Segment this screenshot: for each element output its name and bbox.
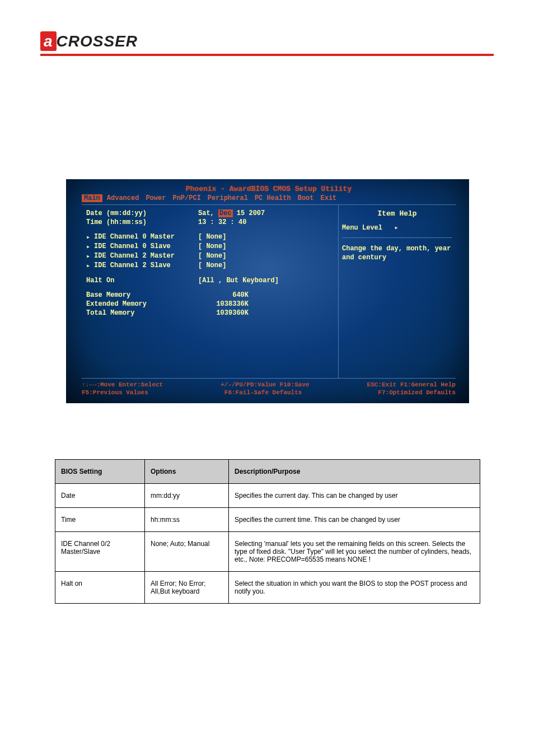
bios-menu-boot[interactable]: Boot [296,194,316,202]
bios-footer: ↑↓←→:Move Enter:Select +/-/PU/PD:Value F… [82,378,456,397]
logo-a: a [40,31,57,51]
table-row: Time hh:mm:ss Specifies the current time… [55,508,480,532]
menu-level-label: Menu Level [342,224,382,232]
bios-help-panel: Item Help Menu Level ▸ Change the day, m… [338,205,456,378]
table-row: Halt on All Error; No Error; All,But key… [55,572,480,604]
logo-rest: CROSSER [57,32,138,50]
triangle-right-icon: ▸ [86,252,94,260]
th-setting: BIOS Setting [55,460,145,484]
header-divider [40,54,494,56]
cell-options: mm:dd:yy [145,484,229,508]
date-label: Date (mm:dd:yy) [86,209,198,217]
cell-options: hh:mm:ss [145,508,229,532]
cell-desc: Specifies the current time. This can be … [229,508,480,532]
footer-exit: ESC:Exit F1:General Help [367,381,456,389]
bios-row-totmem: Total Memory 1039360K [86,309,336,317]
table-row: Date mm:dd:yy Specifies the current day.… [55,484,480,508]
settings-table: BIOS Setting Options Description/Purpose… [55,459,480,604]
menu-level: Menu Level ▸ [342,223,452,238]
date-pre: Sat, [198,209,218,217]
bios-row-halt[interactable]: Halt On [All , But Keyboard] [86,277,336,284]
th-options: Options [145,460,229,484]
bios-row-extmem: Extended Memory 1038336K [86,300,336,308]
bios-menu-bar: Main Advanced Power PnP/PCI Peripheral P… [82,194,456,202]
cell-setting: Halt on [55,572,145,604]
ide2m-value[interactable]: [ None] [198,252,336,260]
bios-row-ide0s[interactable]: ▸ IDE Channel 0 Slave [ None] [86,242,336,251]
brand-logo: aCROSSER [40,32,138,50]
bios-row-date[interactable]: Date (mm:dd:yy) Sat, Dec 15 2007 [86,209,336,217]
bios-menu-power[interactable]: Power [143,194,168,202]
bios-menu-main[interactable]: Main [82,194,102,202]
triangle-right-icon: ▸ [86,242,94,251]
bios-menu-pnppci[interactable]: PnP/PCI [170,194,203,202]
bios-menu-peripheral[interactable]: Peripheral [205,194,250,202]
ide0m-value[interactable]: [ None] [198,233,336,241]
basemem-value: 640K [198,291,249,299]
ide0s-value[interactable]: [ None] [198,242,336,251]
cell-desc: Select the situation in which you want t… [229,572,480,604]
date-hl[interactable]: Dec [218,209,233,217]
bios-row-basemem: Base Memory 640K [86,291,336,299]
bios-screenshot: Phoenix - AwardBIOS CMOS Setup Utility M… [66,179,469,403]
bios-title: Phoenix - AwardBIOS CMOS Setup Utility [82,185,456,193]
date-value[interactable]: Sat, Dec 15 2007 [198,209,336,217]
footer-optimized: F7:Optimized Defaults [378,389,456,396]
triangle-right-icon: ▸ [86,262,94,270]
ide0s-label: IDE Channel 0 Slave [94,242,198,251]
bios-row-ide2s[interactable]: ▸ IDE Channel 2 Slave [ None] [86,262,336,270]
cell-desc: Selecting 'manual' lets you set the rema… [229,532,480,572]
basemem-label: Base Memory [86,291,198,299]
ide2s-label: IDE Channel 2 Slave [94,262,198,270]
help-title: Item Help [342,209,452,218]
table-header-row: BIOS Setting Options Description/Purpose [55,460,480,484]
bios-menu-exit[interactable]: Exit [318,194,339,202]
halt-value[interactable]: [All , But Keyboard] [198,277,336,284]
cell-desc: Specifies the current day. This can be c… [229,484,480,508]
bios-menu-pchealth[interactable]: PC Health [252,194,293,202]
halt-label: Halt On [86,277,198,284]
ide2s-value[interactable]: [ None] [198,262,336,270]
extmem-label: Extended Memory [86,300,198,308]
time-label: Time (hh:mm:ss) [86,218,198,226]
help-text: Change the day, month, year and century [342,245,452,262]
cell-setting: Date [55,484,145,508]
footer-value: +/-/PU/PD:Value F10:Save [221,381,309,389]
footer-failsafe: F6:Fail-Safe Defaults [224,389,302,396]
ide0m-label: IDE Channel 0 Master [94,233,198,241]
ide2m-label: IDE Channel 2 Master [94,252,198,260]
time-value[interactable]: 13 : 32 : 40 [198,218,336,226]
totmem-label: Total Memory [86,309,198,317]
bios-row-ide2m[interactable]: ▸ IDE Channel 2 Master [ None] [86,252,336,260]
triangle-right-icon: ▸ [86,233,94,241]
bios-row-ide0m[interactable]: ▸ IDE Channel 0 Master [ None] [86,233,336,241]
cell-options: All Error; No Error; All,But keyboard [145,572,229,604]
date-post: 15 2007 [233,209,265,217]
totmem-value: 1039360K [198,309,249,317]
bios-main-panel: Date (mm:dd:yy) Sat, Dec 15 2007 Time (h… [82,205,338,378]
th-desc: Description/Purpose [229,460,480,484]
cell-setting: IDE Channel 0/2 Master/Slave [55,532,145,572]
extmem-value: 1038336K [198,300,249,308]
cell-setting: Time [55,508,145,532]
bios-row-time[interactable]: Time (hh:mm:ss) 13 : 32 : 40 [86,218,336,226]
footer-prev: F5:Previous Values [82,389,148,396]
footer-move: ↑↓←→:Move Enter:Select [82,381,163,389]
cell-options: None; Auto; Manual [145,532,229,572]
table-row: IDE Channel 0/2 Master/Slave None; Auto;… [55,532,480,572]
bios-menu-advanced[interactable]: Advanced [105,194,142,202]
